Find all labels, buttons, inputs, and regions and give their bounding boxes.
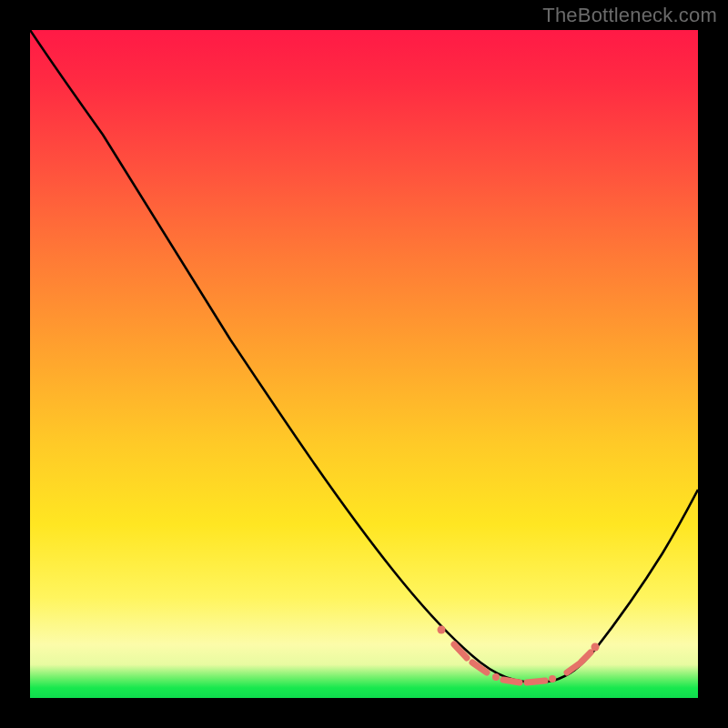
curve-layer: [30, 30, 698, 698]
marker-dot: [549, 675, 556, 682]
marker-dot: [492, 673, 500, 681]
marker-dash: [503, 680, 520, 682]
marker-dot: [592, 643, 600, 652]
watermark-text: TheBottleneck.com: [542, 4, 717, 27]
marker-dash: [567, 663, 580, 672]
bottleneck-curve: [30, 30, 698, 682]
plot-area: [30, 30, 698, 698]
marker-dash: [527, 681, 545, 682]
marker-dot: [438, 626, 446, 634]
marker-dash: [472, 662, 487, 672]
marker-dash: [581, 652, 591, 662]
optimal-markers: [438, 626, 600, 683]
chart-frame: TheBottleneck.com: [0, 0, 728, 728]
